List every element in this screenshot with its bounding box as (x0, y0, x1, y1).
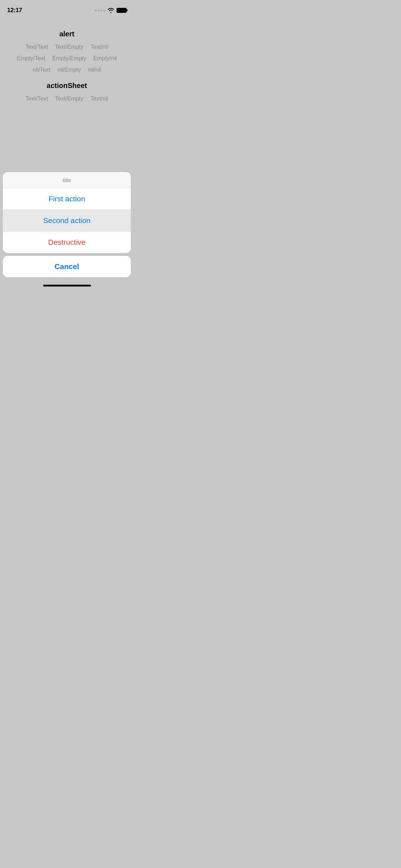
alert-text-text[interactable]: Text/Text (25, 44, 48, 50)
cancel-group: Cancel (3, 256, 131, 277)
wifi-icon (107, 8, 114, 13)
sheet-title: title (63, 177, 71, 183)
main-content: alert Text/Text Text/Empty Text/nil Empt… (0, 16, 134, 118)
first-action-button[interactable]: First action (3, 188, 131, 210)
home-indicator (43, 285, 91, 286)
actionsheet-section-title: actionSheet (47, 82, 87, 90)
alert-row-1: Text/Text Text/Empty Text/nil (25, 44, 108, 50)
alert-row-3: nil/Text nil/Empty nil/nil (32, 67, 101, 73)
alert-empty-text[interactable]: Empty/Text (17, 55, 45, 62)
action-sheet-overlay: title First action Second action Destruc… (0, 169, 134, 289)
alert-nil-nil[interactable]: nil/nil (88, 67, 101, 73)
actionsheet-text-text[interactable]: Text/Text (25, 95, 48, 102)
actionsheet-row-1: Text/Text Text/Empty Text/nil (25, 95, 108, 102)
sheet-title-row: title (3, 172, 131, 188)
alert-section-title: alert (59, 30, 74, 38)
cancel-button[interactable]: Cancel (3, 256, 131, 277)
destructive-action-button[interactable]: Destructive (3, 231, 131, 253)
status-bar: 12:17 (0, 0, 134, 16)
actionsheet-text-empty[interactable]: Text/Empty (55, 95, 83, 102)
alert-nil-text[interactable]: nil/Text (32, 67, 50, 73)
action-sheet-group: title First action Second action Destruc… (3, 172, 131, 253)
alert-nil-empty[interactable]: nil/Empty (57, 67, 81, 73)
second-action-button[interactable]: Second action (3, 210, 131, 231)
alert-empty-empty[interactable]: Empty/Empty (52, 55, 86, 62)
status-icons (95, 8, 127, 13)
battery-icon (117, 8, 127, 13)
alert-empty-nil[interactable]: Empty/nil (93, 55, 117, 62)
signal-icon (95, 10, 105, 11)
alert-row-2: Empty/Text Empty/Empty Empty/nil (17, 55, 117, 62)
alert-text-nil[interactable]: Text/nil (91, 44, 108, 50)
status-time: 12:17 (7, 7, 22, 14)
actionsheet-text-nil[interactable]: Text/nil (91, 95, 108, 102)
alert-text-empty[interactable]: Text/Empty (55, 44, 83, 50)
